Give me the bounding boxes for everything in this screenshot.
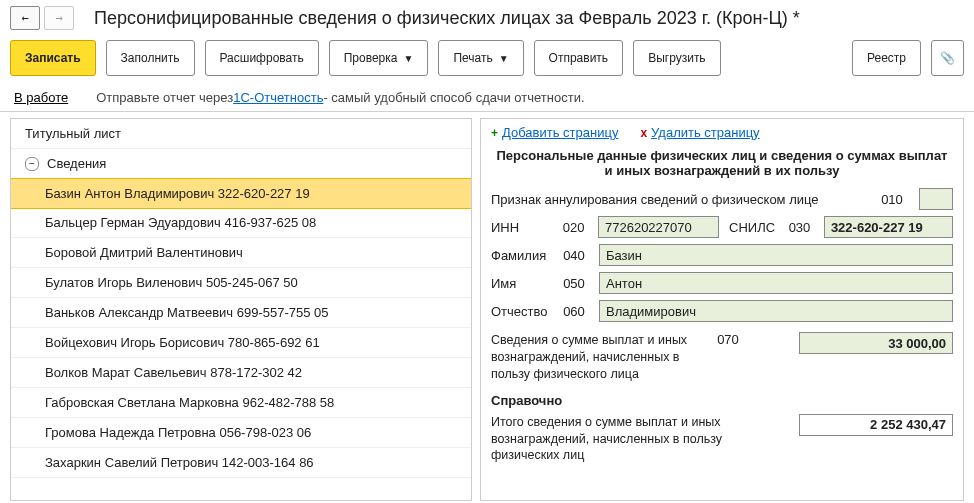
tree-title-page[interactable]: Титульный лист <box>11 119 471 149</box>
page-controls: +Добавить страницу xУдалить страницу <box>491 125 953 140</box>
annul-code: 010 <box>875 192 909 207</box>
firstname-label: Имя <box>491 276 557 291</box>
decode-button[interactable]: Расшифровать <box>205 40 319 76</box>
lastname-code: 040 <box>557 248 591 263</box>
page-title: Персонифицированные сведения о физически… <box>94 8 800 29</box>
plus-icon: + <box>491 126 498 140</box>
tree-item[interactable]: Бальцер Герман Эдуардович 416-937-625 08 <box>11 208 471 238</box>
send-button[interactable]: Отправить <box>534 40 624 76</box>
patronymic-label: Отчество <box>491 304 557 319</box>
status-link[interactable]: 1С-Отчетность <box>233 90 323 105</box>
total-field: 2 252 430,47 <box>799 414 953 436</box>
annul-field[interactable] <box>919 188 953 210</box>
tree-item[interactable]: Громова Надежда Петровна 056-798-023 06 <box>11 418 471 448</box>
nav-forward-button[interactable]: → <box>44 6 74 30</box>
tree-item[interactable]: Габровская Светлана Марковна 962-482-788… <box>11 388 471 418</box>
form-panel: +Добавить страницу xУдалить страницу Пер… <box>480 118 964 501</box>
chevron-down-icon: ▼ <box>499 53 509 64</box>
payment-label: Сведения о сумме выплат и иных вознаграж… <box>491 332 711 383</box>
patronymic-field[interactable]: Владимирович <box>599 300 953 322</box>
patronymic-code: 060 <box>557 304 591 319</box>
export-button[interactable]: Выгрузить <box>633 40 721 76</box>
payment-field[interactable]: 33 000,00 <box>799 332 953 354</box>
tree-node-label: Сведения <box>47 156 106 171</box>
status-bar: В работе Отправьте отчет через 1С-Отчетн… <box>0 84 974 112</box>
lastname-field[interactable]: Базин <box>599 244 953 266</box>
inn-code: 020 <box>557 220 590 235</box>
paperclip-icon: 📎 <box>940 51 955 65</box>
tree-item[interactable]: Базин Антон Владимирович 322-620-227 19 <box>10 178 472 209</box>
chevron-down-icon: ▼ <box>403 53 413 64</box>
snils-code: 030 <box>783 220 816 235</box>
tree-item[interactable]: Войцехович Игорь Борисович 780-865-692 6… <box>11 328 471 358</box>
tree-item[interactable]: Волков Марат Савельевич 878-172-302 42 <box>11 358 471 388</box>
firstname-field[interactable]: Антон <box>599 272 953 294</box>
total-label: Итого сведения о сумме выплат и иных воз… <box>491 414 771 465</box>
section-title: Персональные данные физических лиц и све… <box>491 148 953 178</box>
status-state[interactable]: В работе <box>14 90 68 105</box>
check-button[interactable]: Проверка▼ <box>329 40 429 76</box>
status-text-pre: Отправьте отчет через <box>96 90 233 105</box>
titlebar: ← → Персонифицированные сведения о физич… <box>0 0 974 36</box>
save-button[interactable]: Записать <box>10 40 96 76</box>
tree-panel: Титульный лист − Сведения Базин Антон Вл… <box>10 118 472 501</box>
add-page-button[interactable]: +Добавить страницу <box>491 125 618 140</box>
nav-back-button[interactable]: ← <box>10 6 40 30</box>
print-button[interactable]: Печать▼ <box>438 40 523 76</box>
snils-label: СНИЛС <box>729 220 775 235</box>
lastname-label: Фамилия <box>491 248 557 263</box>
annul-label: Признак аннулирования сведений о физичес… <box>491 192 875 207</box>
tree-item[interactable]: Ваньков Александр Матвеевич 699-557-755 … <box>11 298 471 328</box>
firstname-code: 050 <box>557 276 591 291</box>
x-icon: x <box>640 126 647 140</box>
delete-page-button[interactable]: xУдалить страницу <box>640 125 759 140</box>
toolbar: Записать Заполнить Расшифровать Проверка… <box>0 36 974 84</box>
attach-button[interactable]: 📎 <box>931 40 964 76</box>
tree-item[interactable]: Боровой Дмитрий Валентинович <box>11 238 471 268</box>
tree-node-info[interactable]: − Сведения <box>11 149 471 179</box>
snils-field[interactable]: 322-620-227 19 <box>824 216 953 238</box>
tree-item[interactable]: Булатов Игорь Виленович 505-245-067 50 <box>11 268 471 298</box>
inn-label: ИНН <box>491 220 557 235</box>
fill-button[interactable]: Заполнить <box>106 40 195 76</box>
reference-title: Справочно <box>491 393 953 408</box>
collapse-icon[interactable]: − <box>25 157 39 171</box>
registry-button[interactable]: Реестр <box>852 40 921 76</box>
tree-item[interactable]: Захаркин Савелий Петрович 142-003-164 86 <box>11 448 471 478</box>
status-text-post: - самый удобный способ сдачи отчетности. <box>323 90 584 105</box>
payment-code: 070 <box>711 332 745 347</box>
inn-field[interactable]: 772620227070 <box>598 216 719 238</box>
